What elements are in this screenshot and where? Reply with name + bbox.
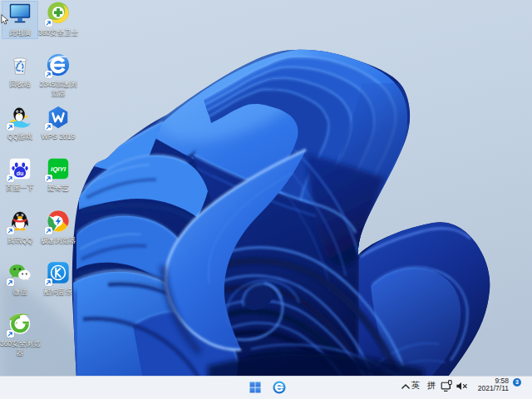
icon-label: WPS 2019 <box>37 132 80 141</box>
shortcut-arrow-icon <box>45 71 52 78</box>
icon-art <box>7 260 32 285</box>
icon-art <box>46 1 71 26</box>
desktop-icon-qq-game[interactable]: QQ游戏 <box>1 103 39 141</box>
icon-art <box>46 105 71 130</box>
start-button[interactable] <box>244 376 266 399</box>
desktop-icon-speed-browser[interactable]: 极速浏览器 <box>39 207 77 245</box>
windows-logo-icon <box>249 382 261 393</box>
icon-label: 回收站 <box>0 80 42 89</box>
icon-label: 爱奇艺 <box>37 184 80 193</box>
icon-label: 百度一下 <box>0 184 42 193</box>
shortcut-arrow-icon <box>7 330 14 337</box>
edge-icon <box>273 381 286 394</box>
notification-badge[interactable]: 3 <box>513 378 521 387</box>
desktop-icon-recycle-bin[interactable]: 回收站 <box>1 51 39 89</box>
icon-art <box>46 156 71 181</box>
shortcut-arrow-icon <box>45 227 52 234</box>
shortcut-arrow-icon <box>45 19 52 27</box>
desktop-icon-baidu[interactable]: 百度一下 <box>1 155 39 193</box>
desktop-icon-wps-2019[interactable]: WPS 2019 <box>39 103 77 141</box>
shortcut-arrow-icon <box>7 278 14 286</box>
ime-pinyin-indicator[interactable]: 拼 <box>426 374 437 397</box>
desktop-icon-360-safe[interactable]: 360安全卫士 <box>39 0 77 37</box>
shortcut-arrow-icon <box>7 123 14 131</box>
desktop-icon-iqiyi[interactable]: 爱奇艺 <box>39 155 77 193</box>
icon-label: 360安全卫士 <box>37 28 80 37</box>
shortcut-arrow-icon <box>7 227 14 234</box>
clock-date: 2021/7/11 <box>466 385 509 393</box>
shortcut-arrow-icon <box>45 123 52 131</box>
icon-art <box>46 209 71 234</box>
ime-language-indicator[interactable]: 英 <box>410 374 421 397</box>
icon-art <box>7 209 32 234</box>
icon-label: 腾讯QQ <box>0 236 42 245</box>
icon-label: 此电脑 <box>0 28 42 37</box>
icon-art <box>46 52 71 77</box>
desktop: 此电脑 360安全卫士 回收站 <box>0 0 532 377</box>
icon-label: 微信 <box>0 288 42 297</box>
desktop-icon-360-browser[interactable]: 360安全浏览器 <box>1 310 39 357</box>
icon-art <box>7 156 32 181</box>
desktop-icon-tencent-qq[interactable]: 腾讯QQ <box>1 207 39 245</box>
icon-art <box>7 1 32 26</box>
desktop-icon-wechat[interactable]: 微信 <box>1 259 39 297</box>
network-icon[interactable] <box>441 380 454 393</box>
icon-art <box>46 260 71 285</box>
icon-art <box>7 52 32 77</box>
icon-label: 360安全浏览器 <box>0 339 42 357</box>
mouse-cursor <box>1 14 8 25</box>
shortcut-arrow-icon <box>7 175 14 182</box>
icon-art <box>7 105 32 130</box>
taskbar: 英 拼 9:58 2021/7/11 <box>0 376 532 399</box>
icon-label: 2345加速浏览器 <box>37 80 80 98</box>
desktop-icon-kugou-music[interactable]: 酷狗音乐 <box>39 259 77 297</box>
icon-label: 酷狗音乐 <box>37 288 80 297</box>
icon-label: 极速浏览器 <box>37 236 80 245</box>
shortcut-arrow-icon <box>45 175 52 182</box>
shortcut-arrow-icon <box>45 278 52 286</box>
taskbar-clock[interactable]: 9:58 2021/7/11 <box>466 377 509 393</box>
desktop-icon-2345-browser[interactable]: 2345加速浏览器 <box>39 51 77 98</box>
icon-art <box>7 312 32 337</box>
icon-label: QQ游戏 <box>0 132 42 141</box>
edge-browser-button[interactable] <box>268 376 290 399</box>
